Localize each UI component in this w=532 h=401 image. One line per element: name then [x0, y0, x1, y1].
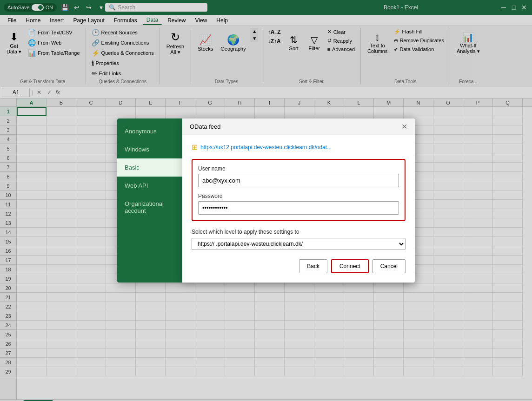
connect-button[interactable]: Connect — [331, 259, 369, 273]
auth-nav-basic[interactable]: Basic — [117, 158, 182, 177]
dialog-url: https://ux12.portalapi.dev-westeu.clickl… — [200, 144, 332, 151]
username-label: User name — [198, 165, 399, 172]
password-input[interactable] — [198, 201, 399, 215]
auth-web-api-label: Web API — [125, 182, 148, 189]
odata-dialog: OData feed ✕ ⊞ https://ux12.portalapi.de… — [182, 118, 415, 283]
back-button[interactable]: Back — [299, 259, 327, 273]
auth-nav-web-api[interactable]: Web API — [117, 177, 182, 195]
auth-anonymous-label: Anonymous — [125, 128, 157, 135]
dialog-title-bar: OData feed ✕ — [182, 118, 415, 135]
dialog-title: OData feed — [190, 123, 221, 130]
credentials-box: User name Password — [192, 159, 406, 221]
username-input[interactable] — [198, 174, 399, 187]
auth-nav-anonymous[interactable]: Anonymous — [117, 122, 182, 140]
auth-windows-label: Windows — [125, 146, 149, 153]
dialog-wrapper: Anonymous Windows Basic Web API Organiza… — [117, 118, 415, 283]
password-label: Password — [198, 193, 399, 199]
auth-nav: Anonymous Windows Basic Web API Organiza… — [117, 118, 182, 283]
dialog-footer: Back Connect Cancel — [192, 259, 406, 273]
dialog-close-button[interactable]: ✕ — [401, 122, 407, 131]
dialog-overlay: Anonymous Windows Basic Web API Organiza… — [0, 0, 532, 401]
url-line: ⊞ https://ux12.portalapi.dev-westeu.clic… — [192, 143, 406, 151]
level-label: Select which level to apply these settin… — [192, 229, 406, 235]
auth-org-label: Organizational account — [125, 200, 164, 214]
auth-nav-windows[interactable]: Windows — [117, 140, 182, 158]
cancel-button[interactable]: Cancel — [372, 259, 406, 273]
level-select[interactable]: https:// .portalapi.dev-westeu.clicklear… — [192, 238, 406, 250]
auth-basic-label: Basic — [125, 164, 140, 171]
table-icon: ⊞ — [192, 143, 198, 151]
auth-nav-org-account[interactable]: Organizational account — [117, 195, 182, 220]
